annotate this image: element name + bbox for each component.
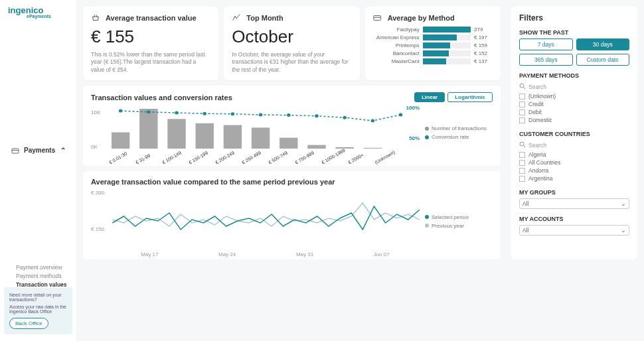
svg-rect-7 (112, 133, 129, 149)
card-icon (373, 13, 382, 23)
cc-search[interactable]: Search (519, 140, 629, 151)
chevron-down-icon: ⌄ (621, 227, 626, 234)
search-icon (519, 83, 526, 91)
promo-box: Need more detail on your transactions? A… (4, 287, 72, 334)
svg-line-30 (524, 88, 526, 90)
method-bar-row: Printemps€ 159 (373, 42, 493, 48)
svg-rect-16 (364, 148, 382, 149)
nav-payments[interactable]: Payments ⌃ (4, 32, 72, 262)
svg-point-29 (520, 84, 524, 88)
method-bar-row: Facilypay279 (373, 27, 493, 33)
cc-checkbox[interactable]: Argentina (519, 174, 629, 182)
sidebar: ingenico ePayments Payments ⌃ Payment ov… (0, 0, 76, 341)
basket-icon (91, 13, 100, 23)
filter-30days[interactable]: 30 days (576, 38, 630, 50)
method-bar-row: American Express€ 197 (373, 34, 493, 40)
payments-icon (11, 146, 20, 155)
avg-value: € 155 (91, 27, 210, 47)
svg-point-25 (315, 115, 319, 118)
kpi-by-method: Average by Method Facilypay279American E… (365, 7, 501, 80)
svg-point-26 (343, 116, 347, 119)
method-bar-row: MasterCard€ 137 (373, 58, 493, 64)
back-office-button[interactable]: Back Office (9, 318, 48, 329)
svg-point-20 (175, 111, 179, 115)
nav-sub-overview[interactable]: Payment overview (4, 262, 72, 271)
svg-rect-11 (224, 125, 242, 149)
groups-select[interactable]: All⌄ (519, 198, 629, 209)
main-content: Average transaction value € 155 This is … (76, 0, 644, 341)
pm-checkbox[interactable]: Debit (519, 108, 629, 116)
kpi-top-month: Top Month October In October, the averag… (224, 7, 359, 80)
pm-search[interactable]: Search (519, 82, 629, 92)
svg-point-21 (202, 112, 206, 115)
peak-icon (232, 13, 241, 23)
toggle-log[interactable]: Logarithmic (447, 92, 493, 102)
svg-rect-8 (139, 109, 157, 149)
svg-line-32 (524, 146, 526, 148)
svg-rect-10 (196, 123, 214, 149)
svg-point-19 (147, 111, 151, 114)
svg-point-27 (371, 119, 375, 123)
cc-checkbox[interactable]: Andorra (519, 167, 629, 174)
brand-logo: ingenico ePayments (4, 5, 72, 19)
accounts-select[interactable]: All⌄ (519, 225, 629, 236)
svg-point-23 (259, 113, 263, 117)
chevron-up-icon: ⌃ (60, 147, 66, 154)
chart-conversion: Transaction values and conversion rates … (83, 86, 501, 166)
search-icon (519, 141, 526, 149)
cc-checkbox[interactable]: All Countries (519, 159, 629, 167)
svg-rect-5 (374, 16, 381, 21)
method-bar-row: Bancontact€ 152 (373, 50, 493, 56)
filters-panel: Filters SHOW THE PAST 7 days 30 days 365… (511, 7, 637, 259)
pm-checkbox[interactable]: Domestic (519, 116, 629, 124)
pm-checkbox[interactable]: (Unknown) (519, 92, 629, 100)
top-month-value: October (232, 27, 351, 47)
svg-rect-9 (167, 119, 185, 149)
pm-checkbox[interactable]: Credit (519, 100, 629, 108)
chevron-down-icon: ⌄ (621, 200, 626, 207)
svg-point-18 (119, 109, 123, 113)
filter-365days[interactable]: 365 days (519, 54, 573, 66)
filters-title: Filters (519, 13, 629, 23)
filter-7days[interactable]: 7 days (519, 38, 573, 50)
kpi-avg-value: Average transaction value € 155 This is … (83, 7, 218, 80)
toggle-linear[interactable]: Linear (414, 92, 445, 102)
cc-checkbox[interactable]: Algeria (519, 151, 629, 159)
svg-rect-0 (12, 149, 19, 153)
svg-point-31 (520, 142, 524, 146)
filter-custom[interactable]: Custom date (576, 54, 630, 66)
svg-rect-12 (252, 128, 270, 149)
chart-compare: Average transaction value compared to th… (83, 171, 501, 259)
svg-point-28 (399, 113, 403, 117)
svg-point-24 (287, 114, 291, 117)
svg-point-22 (231, 113, 235, 116)
svg-rect-13 (280, 138, 297, 149)
nav-sub-methods[interactable]: Payment methods (4, 271, 72, 279)
